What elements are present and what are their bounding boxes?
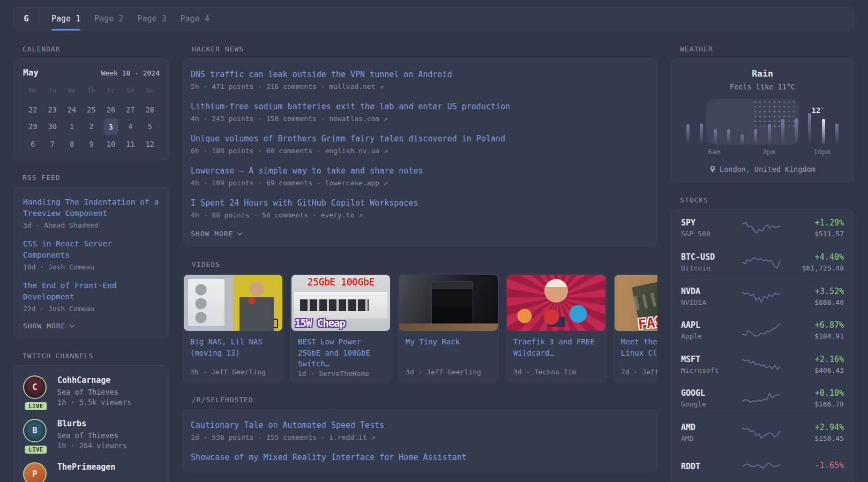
stock-change-percent: +1.29% [784,218,844,228]
stock-values: -1.65% [784,461,844,472]
hn-show-more-button[interactable]: SHOW MORE [191,230,649,238]
hn-item-link[interactable]: Lowercase – A simple way to take and sha… [191,165,649,177]
weather-bar [727,129,730,145]
weather-bar [714,129,717,145]
stock-row[interactable]: AAPL Apple +6.87% $184.91 [681,313,844,348]
page-tab[interactable]: Page 1 [51,7,80,30]
page-tab-label: Page 2 [94,14,123,24]
page-tab-label: Page 4 [181,14,209,24]
reddit-section-label: /R/SELFHOSTED [192,396,657,404]
stock-row[interactable]: SPY S&P 500 +1.29% $511.57 [681,211,844,245]
avatar: C [23,375,47,399]
calendar-section-label: CALENDAR [23,45,169,53]
rss-show-more-button[interactable]: SHOW MORE [23,322,160,330]
hn-item-link[interactable]: I Spent 24 Hours with GitHub Copilot Wor… [191,198,649,209]
stock-id: NVDA NVIDIA [681,287,742,306]
hn-item-link[interactable]: Unique volumes of Brothers Grimm fairy t… [191,133,649,145]
video-card-body: Meet the Linux Clu 7d · Jeff [614,332,657,382]
video-title-link[interactable]: Meet the Linux Clu [621,336,657,358]
stock-sparkline [742,458,781,475]
twitch-avatar-wrap: P [23,462,49,482]
calendar-day: 25 [81,101,101,118]
stock-row[interactable]: AMD AMD +2.94% $150.45 [681,415,844,449]
stock-ticker: MSFT [681,355,742,364]
hn-item-link[interactable]: DNS traffic can leak outside the VPN tun… [191,69,649,80]
video-card[interactable]: LIL NAS Big NAS, Lil NAS (moving 13) 3h … [183,274,283,382]
stock-company-name: Bitcoin [681,264,742,272]
calendar-weekday: Su [140,87,160,101]
reddit-item-link[interactable]: Cautionary Tale on Automated Speed Tests [191,420,649,431]
hn-item-meta: 4h · 109 points · 69 comments · lowercas… [191,179,649,187]
current-temp-label: 12° [812,106,824,115]
stock-values: +0.10% $166.78 [784,388,844,408]
rss-widget: Handling The Indentation of a Treeview C… [13,187,169,338]
calendar-header: May Week 18 · 2024 [23,67,160,78]
current-temp-value: 12 [812,106,821,115]
hn-show-more-label: SHOW MORE [191,230,233,238]
twitch-channel-name: CohhCarnage [57,375,131,385]
top-nav: G Page 1 Page 2 Page 3 Page 4 [13,7,854,31]
stock-row[interactable]: BTC-USD Bitcoin +4.40% $61,725.48 [681,245,844,280]
rss-section: RSS FEED Handling The Indentation of a T… [13,174,169,338]
hn-item: I Spent 24 Hours with GitHub Copilot Wor… [191,198,649,219]
calendar-day: 4 [121,118,140,134]
video-title-link[interactable]: My Tiny Rack [406,336,491,348]
stock-sparkline [742,424,781,440]
stock-row[interactable]: GOOGL Google +0.10% $166.78 [681,381,844,416]
stock-sparkline [742,220,781,236]
calendar-week-year: Week 18 · 2024 [101,69,160,77]
hn-item-meta: 5h · 471 points · 216 comments · mullvad… [191,82,649,91]
stock-values: +2.16% $406.43 [784,355,844,374]
video-title-link[interactable]: Traefik 3 and FREE Wildcard… [513,336,599,358]
video-card[interactable]: 25GbE 100GbE 15W Cheap BEST Low Power 25… [290,274,391,382]
hn-item-meta: 6h · 188 points · 60 comments · english.… [191,147,649,155]
rss-item-link[interactable]: Handling The Indentation of a Treeview C… [23,197,160,219]
video-card[interactable]: My Tiny Rack 3d · Jeff Geerling [398,274,499,382]
video-card-body: Big NAS, Lil NAS (moving 13) 3h · Jeff G… [183,332,283,382]
calendar-weekday: Fr [101,87,121,101]
video-card[interactable]: Traefik 3 and FREE Wildcard… 3d · Techno… [506,274,607,382]
stocks-section: STOCKS SPY S&P 500 +1.29% [671,196,854,482]
stock-row[interactable]: RDDT -1.65% [681,449,844,482]
active-tab-underline [51,29,80,31]
stock-values: +1.29% $511.57 [784,218,844,238]
reddit-widget: Cautionary Tale on Automated Speed Tests… [183,409,657,472]
rss-section-label: RSS FEED [23,174,169,182]
videos-section: VIDEOS LIL NAS Big NAS, Lil NAS (moving … [183,260,657,382]
stock-values: +6.87% $184.91 [784,320,844,340]
stock-row[interactable]: MSFT Microsoft +2.16% $406.43 [681,347,844,381]
twitch-section-label: TWITCH CHANNELS [23,352,169,360]
twitch-channel-row[interactable]: B LIVE Blurbs Sea of Thieves 1h · 264 vi… [23,419,160,450]
weather-section-label: WEATHER [680,45,854,53]
twitch-channel-row[interactable]: P ThePrimeagen [23,462,160,482]
calendar-day: 26 [101,101,121,118]
video-card[interactable]: FAS Meet the Linux Clu 7d · Jeff [613,274,657,382]
video-title-link[interactable]: BEST Low Power 25GbE and 100GbE Switch… [298,336,384,370]
video-title-link[interactable]: Big NAS, Lil NAS (moving 13) [190,336,276,358]
stock-row[interactable]: NVDA NVIDIA +3.52% $888.40 [681,279,844,313]
rss-item: CSS in React Server Components 18d · Jos… [23,238,160,271]
twitch-channel-game: Sea of Thieves [57,431,127,440]
hn-item: DNS traffic can leak outside the VPN tun… [191,69,649,91]
stock-change-percent: +2.94% [784,423,844,432]
stock-sparkline [742,356,781,372]
twitch-widget: C LIVE CohhCarnage Sea of Thieves 1h · 5… [13,365,169,482]
twitch-channel-row[interactable]: C LIVE CohhCarnage Sea of Thieves 1h · 5… [23,375,160,406]
app-logo[interactable]: G [14,7,39,30]
reddit-item-link[interactable]: Showcase of my Mixed Reality Interface f… [191,452,649,463]
time-tick: 10pm [813,148,830,156]
calendar-day: 5 [140,118,160,134]
page-tabs: Page 1 Page 2 Page 3 Page 4 [51,7,209,30]
page-tab[interactable]: Page 4 [181,7,209,30]
thumbnail-overlay-text-bottom: 15W Cheap [295,317,345,329]
stock-id: GOOGL Google [681,388,742,408]
stock-change-percent: -1.65% [784,461,844,470]
hn-item-link[interactable]: Lithium-free sodium batteries exit the l… [191,101,649,112]
calendar-day: 30 [42,118,62,134]
page-tab[interactable]: Page 2 [94,7,123,30]
time-tick: 2pm [762,148,775,156]
rss-item-link[interactable]: CSS in React Server Components [23,238,160,261]
stock-change-percent: +3.52% [784,287,844,296]
rss-item-link[interactable]: The End of Front-End Development [23,280,160,303]
page-tab[interactable]: Page 3 [137,7,166,30]
